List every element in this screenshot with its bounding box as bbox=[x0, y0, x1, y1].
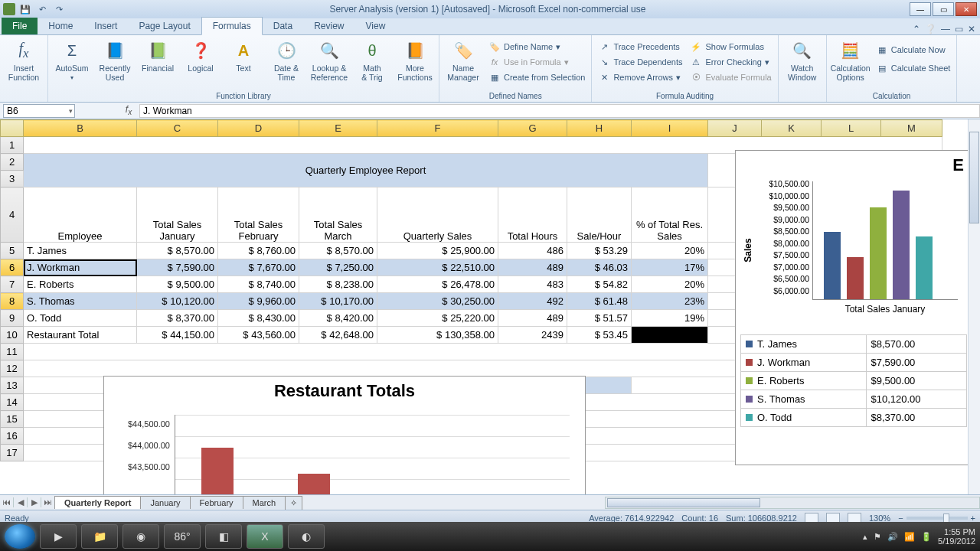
col-header[interactable]: F bbox=[377, 120, 498, 137]
tab-insert[interactable]: Insert bbox=[83, 18, 128, 34]
show-formulas-button[interactable]: ⚡Show Formulas bbox=[688, 40, 773, 54]
tray-up-icon[interactable]: ▴ bbox=[863, 532, 867, 542]
math-button[interactable]: θMath & Trig bbox=[353, 37, 391, 82]
maximize-button[interactable]: ▭ bbox=[933, 2, 954, 16]
col-header[interactable]: J bbox=[708, 120, 762, 137]
sheet-tab[interactable]: March bbox=[243, 496, 286, 509]
row-header[interactable]: 6 bbox=[1, 259, 24, 276]
col-header[interactable]: M bbox=[881, 120, 942, 137]
row-header[interactable]: 8 bbox=[1, 293, 24, 310]
watch-window-button[interactable]: 🔍Watch Window bbox=[783, 37, 822, 82]
vertical-scrollbar[interactable] bbox=[968, 119, 980, 494]
close-button[interactable]: ✕ bbox=[956, 2, 977, 16]
col-header[interactable]: G bbox=[498, 120, 567, 137]
row-header[interactable]: 10 bbox=[1, 327, 24, 344]
financial-button[interactable]: 📗Financial bbox=[139, 37, 177, 73]
cell[interactable]: $ 51.57 bbox=[567, 310, 632, 327]
cell[interactable]: $ 9,960.00 bbox=[218, 293, 299, 310]
tray-clock[interactable]: 1:55 PM 5/19/2012 bbox=[938, 527, 975, 546]
cell[interactable]: 19% bbox=[632, 310, 708, 327]
sheet-tab[interactable]: February bbox=[190, 496, 243, 509]
column-headers[interactable]: B C D E F G H I J K L M bbox=[1, 120, 942, 137]
cell[interactable]: 489 bbox=[498, 310, 567, 327]
tab-view[interactable]: View bbox=[355, 18, 397, 34]
cell[interactable]: $ 54.82 bbox=[567, 276, 632, 293]
cell[interactable]: 20% bbox=[632, 243, 708, 259]
cell[interactable]: 20% bbox=[632, 276, 708, 293]
scrollbar-thumb[interactable] bbox=[969, 132, 979, 223]
row-header[interactable]: 2 bbox=[1, 154, 24, 171]
task-excel[interactable]: X bbox=[247, 524, 283, 549]
cell[interactable]: $ 8,740.00 bbox=[218, 276, 299, 293]
minimize-button[interactable]: — bbox=[910, 2, 931, 16]
create-from-selection-button[interactable]: ▦Create from Selection bbox=[487, 70, 586, 84]
cell[interactable]: $ 61.48 bbox=[567, 293, 632, 310]
header-feb[interactable]: Total Sales February bbox=[218, 187, 299, 243]
cell[interactable]: $ 26,478.00 bbox=[377, 276, 498, 293]
logical-button[interactable]: ❓Logical bbox=[181, 37, 220, 73]
employee-sales-chart[interactable]: E Sales $10,500.00$10,000.00$9,500.00$9,… bbox=[735, 150, 972, 465]
row-header[interactable]: 7 bbox=[1, 276, 24, 293]
row-header[interactable]: 12 bbox=[1, 360, 24, 377]
col-header[interactable]: L bbox=[822, 120, 881, 137]
tab-review[interactable]: Review bbox=[303, 18, 354, 34]
cell[interactable]: $ 42,648.00 bbox=[299, 327, 377, 344]
autosum-button[interactable]: ΣAutoSum▾ bbox=[53, 37, 91, 81]
minimize-ribbon-icon[interactable]: ⌃ bbox=[913, 24, 920, 34]
header-employee[interactable]: Employee bbox=[24, 187, 137, 243]
cell[interactable]: $ 8,570.00 bbox=[299, 243, 377, 259]
header-mar[interactable]: Total Sales March bbox=[299, 187, 377, 243]
recently-used-button[interactable]: 📘Recently Used bbox=[96, 37, 134, 82]
task-app2[interactable]: ◐ bbox=[288, 524, 325, 549]
cell[interactable]: $ 25,220.00 bbox=[377, 310, 498, 327]
active-cell[interactable]: J. Workman bbox=[24, 259, 137, 276]
cell[interactable]: $ 30,250.00 bbox=[377, 293, 498, 310]
cell[interactable]: $ 53.29 bbox=[567, 243, 632, 259]
cell[interactable]: $ 8,238.00 bbox=[299, 276, 377, 293]
tab-formulas[interactable]: Formulas bbox=[201, 17, 263, 35]
cell[interactable]: $ 22,510.00 bbox=[377, 259, 498, 276]
row-header[interactable]: 9 bbox=[1, 310, 24, 327]
col-header[interactable]: E bbox=[299, 120, 377, 137]
row-header[interactable]: 3 bbox=[1, 171, 24, 187]
col-header[interactable]: B bbox=[24, 120, 137, 137]
calculate-now-button[interactable]: ▦Calculate Now bbox=[874, 43, 952, 57]
tray-volume-icon[interactable]: 🔊 bbox=[887, 532, 898, 542]
zoom-track[interactable] bbox=[906, 517, 968, 520]
trace-precedents-button[interactable]: ↗Trace Precedents bbox=[596, 40, 684, 54]
cell[interactable]: 483 bbox=[498, 276, 567, 293]
sheet-tab[interactable]: Quarterly Report bbox=[54, 496, 141, 509]
header-th[interactable]: Total Hours bbox=[498, 187, 567, 243]
row-header[interactable]: 15 bbox=[1, 411, 24, 428]
tab-data[interactable]: Data bbox=[263, 18, 303, 34]
cell[interactable]: 23% bbox=[632, 293, 708, 310]
zoom-in-icon[interactable]: + bbox=[971, 514, 975, 523]
cell[interactable]: $ 8,570.00 bbox=[137, 243, 218, 259]
cell[interactable]: $ 25,900.00 bbox=[377, 243, 498, 259]
header-sh[interactable]: Sale/Hour bbox=[567, 187, 632, 243]
cell[interactable]: $ 7,590.00 bbox=[137, 259, 218, 276]
cell[interactable]: $ 8,430.00 bbox=[218, 310, 299, 327]
undo-icon[interactable]: ↶ bbox=[35, 3, 49, 15]
cell[interactable]: 492 bbox=[498, 293, 567, 310]
header-qs[interactable]: Quarterly Sales bbox=[377, 187, 498, 243]
nav-last-icon[interactable]: ⏭ bbox=[41, 497, 55, 507]
cell[interactable]: S. Thomas bbox=[24, 293, 137, 310]
cell[interactable]: $ 10,170.00 bbox=[299, 293, 377, 310]
evaluate-formula-button[interactable]: ⦿Evaluate Formula bbox=[688, 70, 773, 84]
row-header[interactable]: 16 bbox=[1, 428, 24, 445]
zoom-slider[interactable]: − + bbox=[898, 514, 975, 523]
nav-next-icon[interactable]: ▶ bbox=[28, 497, 41, 507]
row-header[interactable]: 14 bbox=[1, 394, 24, 411]
col-header[interactable]: K bbox=[762, 120, 822, 137]
nav-prev-icon[interactable]: ◀ bbox=[14, 497, 28, 507]
cell[interactable]: $ 8,420.00 bbox=[299, 310, 377, 327]
cell[interactable]: $ 7,670.00 bbox=[218, 259, 299, 276]
cell[interactable]: E. Roberts bbox=[24, 276, 137, 293]
cell[interactable]: $ 8,760.00 bbox=[218, 243, 299, 259]
insert-function-button[interactable]: fxInsert Function bbox=[5, 37, 43, 82]
col-header[interactable]: I bbox=[632, 120, 708, 137]
tray-network-icon[interactable]: 📶 bbox=[904, 532, 915, 542]
zoom-handle[interactable] bbox=[943, 514, 949, 523]
define-name-button[interactable]: 🏷️Define Name ▾ bbox=[487, 40, 586, 54]
